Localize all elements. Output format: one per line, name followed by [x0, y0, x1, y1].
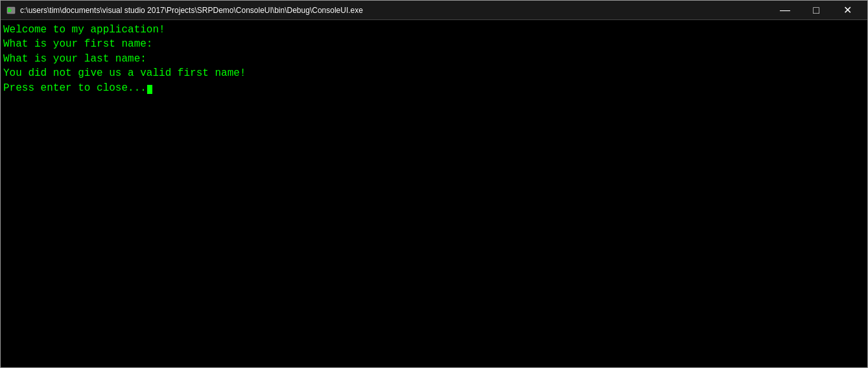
svg-rect-2 [8, 10, 12, 10]
title-bar: c:\users\tim\documents\visual studio 201… [1, 1, 867, 20]
console-line-5: Press enter to close... [3, 82, 147, 94]
console-output: Welcome to my application! What is your … [3, 23, 865, 95]
console-body[interactable]: Welcome to my application! What is your … [1, 20, 867, 367]
title-bar-controls: — □ ✕ [770, 1, 862, 20]
title-bar-left: c:\users\tim\documents\visual studio 201… [6, 5, 363, 16]
window-title: c:\users\tim\documents\visual studio 201… [20, 6, 363, 15]
text-cursor [147, 85, 152, 94]
maximize-button[interactable]: □ [801, 1, 831, 20]
console-window: c:\users\tim\documents\visual studio 201… [0, 0, 868, 368]
console-line-2: What is your first name: [3, 38, 152, 50]
svg-rect-1 [8, 8, 10, 9]
console-line-1: Welcome to my application! [3, 24, 165, 36]
console-line-3: What is your last name: [3, 53, 147, 65]
minimize-button[interactable]: — [770, 1, 800, 20]
close-button[interactable]: ✕ [832, 1, 862, 20]
svg-rect-3 [8, 11, 11, 12]
app-icon [6, 5, 16, 16]
console-line-4: You did not give us a valid first name! [3, 67, 246, 79]
